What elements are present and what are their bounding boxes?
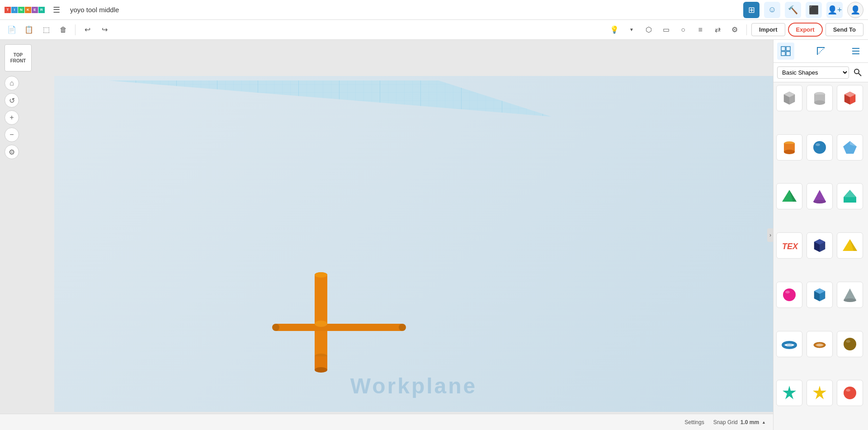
canvas-area[interactable]: TOP FRONT ⌂ ↺ + − ⚙	[0, 40, 773, 430]
align-button[interactable]: ≡	[693, 23, 708, 37]
angle-icon	[816, 46, 826, 57]
svg-point-38	[813, 141, 826, 154]
sphere-tool-button[interactable]: ○	[676, 23, 690, 37]
shape-orange-cylinder[interactable]	[776, 134, 802, 161]
new-file-button[interactable]: 📄	[5, 23, 19, 37]
svg-point-10	[399, 324, 406, 331]
sendto-button[interactable]: Send To	[826, 23, 863, 36]
shape-teal-star[interactable]	[776, 380, 802, 406]
simulate-button[interactable]: ⬛	[806, 2, 822, 18]
delete-button[interactable]: 🗑	[56, 23, 71, 37]
shape-navy-box[interactable]	[807, 232, 833, 259]
svg-point-24	[854, 69, 859, 74]
project-title: yoyo tool middle	[70, 6, 119, 14]
main-content: TOP FRONT ⌂ ↺ + − ⚙	[0, 40, 868, 430]
shape-blue-box2[interactable]	[807, 282, 833, 308]
shape-gray-cylinder[interactable]	[807, 85, 833, 111]
logo-n: N	[18, 7, 24, 13]
grid-view-button[interactable]: ⊞	[743, 2, 760, 18]
shape-teal-prism[interactable]	[837, 183, 863, 209]
svg-point-54	[783, 288, 796, 301]
import-button[interactable]: Import	[751, 23, 785, 36]
workplane-label: Workplane	[350, 373, 477, 398]
dropdown-light[interactable]: ▼	[624, 23, 639, 37]
separator2	[746, 24, 747, 35]
undo-button[interactable]: ↩	[80, 23, 94, 37]
shape-yellow-star[interactable]	[807, 380, 833, 406]
svg-point-69	[844, 387, 856, 399]
group-button[interactable]: ⬚	[39, 23, 53, 37]
svg-rect-4	[315, 275, 327, 365]
svg-rect-19	[786, 52, 790, 56]
left-controls: ⌂ ↺ + − ⚙	[5, 76, 19, 159]
shape-red-box[interactable]	[837, 85, 863, 111]
shape-blue-sphere[interactable]	[807, 134, 833, 161]
svg-point-9	[272, 324, 279, 331]
svg-line-20	[817, 47, 825, 55]
build-button[interactable]: 🔨	[785, 2, 801, 18]
shape-orange-torus[interactable]	[807, 331, 833, 357]
svg-rect-17	[786, 47, 790, 51]
fit-view-button[interactable]: ⚙	[5, 145, 19, 159]
light-icon[interactable]: 💡	[607, 23, 622, 37]
toolbar: 📄 📋 ⬚ 🗑 ↩ ↪ 💡 ▼ ⬡ ▭ ○ ≡ ⇄ ⚙ Import Expor…	[0, 20, 868, 40]
shapes-dropdown[interactable]: Basic Shapes	[777, 66, 849, 79]
plane-tool-button[interactable]: ▭	[659, 23, 673, 37]
shape-green-pyramid[interactable]	[776, 183, 802, 209]
arrow-up-icon: ▲	[762, 420, 766, 425]
snap-grid-label: Snap Grid	[713, 419, 738, 425]
shape-gray-box[interactable]	[776, 85, 802, 111]
3d-object-svg	[54, 76, 773, 412]
menu-icon[interactable]: ☰	[49, 3, 64, 17]
svg-point-11	[315, 272, 327, 278]
tab-grid-button[interactable]	[777, 43, 794, 60]
user-avatar[interactable]: 👤	[847, 2, 863, 18]
settings-label[interactable]: Settings	[684, 419, 704, 425]
svg-point-37	[784, 150, 795, 154]
export-button[interactable]: Export	[788, 23, 823, 37]
search-button[interactable]	[851, 66, 864, 79]
logo: T I N K E R	[5, 7, 45, 13]
copy-button[interactable]: 📋	[22, 23, 36, 37]
grid-icon	[780, 46, 791, 57]
view-indicator[interactable]: TOP FRONT	[5, 44, 32, 71]
bottom-bar: Settings Snap Grid 1.0 mm ▲	[0, 414, 773, 430]
activity-button[interactable]: ☺	[764, 2, 780, 18]
shape-blue-torus[interactable]	[776, 331, 802, 357]
shape-tool-button[interactable]: ⬡	[642, 23, 656, 37]
shape-red-sphere2[interactable]	[837, 380, 863, 406]
shape-text-red[interactable]: TEXT	[776, 232, 802, 259]
shape-purple-cone[interactable]	[807, 183, 833, 209]
rotate-view-button[interactable]: ↺	[5, 93, 19, 108]
shape-brown-sphere[interactable]	[837, 331, 863, 357]
svg-point-64	[816, 344, 823, 346]
svg-line-25	[859, 73, 861, 76]
logo-t: T	[5, 7, 11, 13]
zoom-in-button[interactable]: +	[5, 110, 19, 125]
zoom-out-button[interactable]: −	[5, 128, 19, 142]
extra-button[interactable]: ⚙	[727, 23, 742, 37]
shape-yellow-pyramid[interactable]	[837, 232, 863, 259]
svg-marker-47	[844, 190, 856, 197]
mirror-button[interactable]: ⇄	[710, 23, 725, 37]
svg-text:TEXT: TEXT	[782, 242, 798, 251]
topbar: T I N K E R ☰ yoyo tool middle ⊞ ☺ 🔨 ⬛ 👤…	[0, 0, 868, 20]
redo-button[interactable]: ↪	[97, 23, 112, 37]
view-top-label: TOP	[14, 52, 23, 57]
svg-point-15	[315, 321, 327, 327]
tab-angle-button[interactable]	[812, 43, 830, 60]
shape-pink-sphere[interactable]	[776, 282, 802, 308]
home-view-button[interactable]: ⌂	[5, 76, 19, 90]
svg-marker-67	[783, 386, 796, 399]
logo-k: K	[25, 7, 31, 13]
workplane[interactable]: Workplane	[54, 76, 773, 412]
logo-e: E	[32, 7, 38, 13]
tab-list-button[interactable]	[847, 43, 864, 60]
shape-gray-cone[interactable]	[837, 282, 863, 308]
add-user-button[interactable]: 👤+	[826, 2, 843, 18]
panel-toggle[interactable]: ›	[767, 228, 774, 242]
list-icon	[850, 46, 861, 57]
shape-rough-blue[interactable]	[837, 134, 863, 161]
view-front-label: FRONT	[10, 58, 26, 63]
snap-grid-control[interactable]: Snap Grid 1.0 mm ▲	[713, 419, 766, 425]
